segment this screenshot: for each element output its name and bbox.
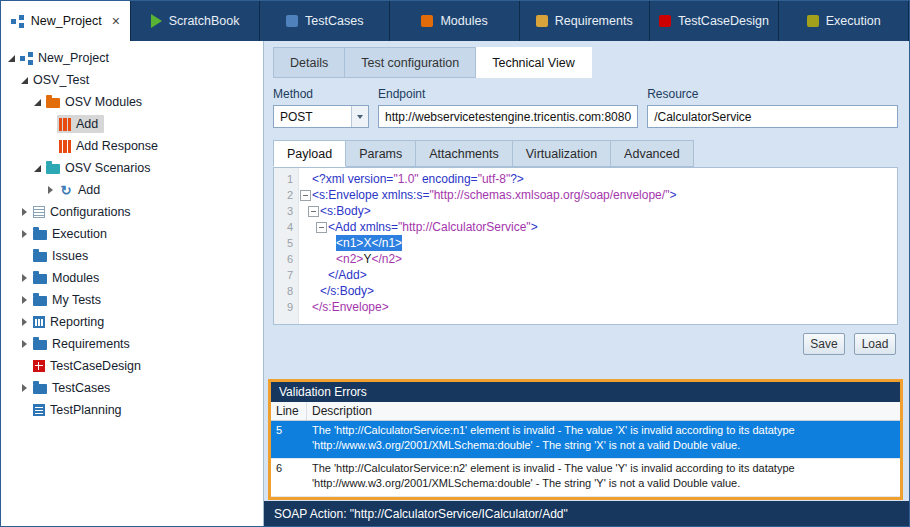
tab-modules[interactable]: Modules xyxy=(390,1,520,41)
expander-collapsed-icon[interactable] xyxy=(18,318,31,326)
code-line[interactable]: </s:Body> xyxy=(299,283,897,299)
tree-item-label: Add xyxy=(76,117,98,131)
tree-item-osv-scenarios[interactable]: OSV Scenarios xyxy=(1,157,263,179)
folder-icon xyxy=(46,98,60,108)
tree-item-add[interactable]: ↻Add xyxy=(1,179,263,201)
tab-virtualization[interactable]: Virtualization xyxy=(513,140,611,167)
project-icon xyxy=(11,15,24,28)
tree-item-label: My Tests xyxy=(52,293,101,307)
editor-code: <?xml version="1.0" encoding="utf-8"?><s… xyxy=(299,168,897,324)
code-text: </Add> xyxy=(328,267,367,283)
fold-toggle-icon[interactable] xyxy=(315,222,328,233)
tree-item-modules[interactable]: Modules xyxy=(1,267,263,289)
endpoint-input[interactable]: http://webservicetestengine.tricentis.co… xyxy=(378,105,638,128)
code-text: <?xml version="1.0" encoding="utf-8"?> xyxy=(312,171,524,187)
expander-expanded-icon[interactable] xyxy=(5,55,18,62)
expander-collapsed-icon[interactable] xyxy=(18,296,31,304)
tree-item-body: TestPlanning xyxy=(31,401,128,419)
tree-item-body: OSV Modules xyxy=(44,93,148,111)
tree-item-body: TestCaseDesign xyxy=(31,357,147,375)
play-icon xyxy=(151,14,162,28)
fold-toggle-icon[interactable] xyxy=(307,206,320,217)
testplanning-icon xyxy=(33,404,45,416)
expander-expanded-icon[interactable] xyxy=(18,77,31,84)
tree-item-body: OSV Scenarios xyxy=(44,159,156,177)
tree-item-new-project[interactable]: New_Project xyxy=(1,47,263,69)
tree-item-requirements[interactable]: Requirements xyxy=(1,333,263,355)
tab-technical-view[interactable]: Technical View xyxy=(476,47,591,78)
tree-item-label: Issues xyxy=(52,249,88,263)
code-line[interactable]: <?xml version="1.0" encoding="utf-8"?> xyxy=(299,171,897,187)
tab-details[interactable]: Details xyxy=(273,47,345,78)
tab-new-project[interactable]: New_Project× xyxy=(1,1,131,41)
tab-scratchbook[interactable]: ScratchBook xyxy=(131,1,261,41)
request-form-row: Method POST Endpoint http://webservicete… xyxy=(273,87,898,128)
expander-collapsed-icon[interactable] xyxy=(44,186,57,194)
tree-item-my-tests[interactable]: My Tests xyxy=(1,289,263,311)
code-line[interactable]: <Add xmlns="http://CalculatorService"> xyxy=(299,219,897,235)
tab-attachments[interactable]: Attachments xyxy=(416,140,512,167)
tab-execution[interactable]: Execution xyxy=(779,1,909,41)
code-line[interactable]: </s:Envelope> xyxy=(299,299,897,315)
load-button[interactable]: Load xyxy=(854,333,896,355)
expander-collapsed-icon[interactable] xyxy=(18,230,31,238)
tree-item-add-response[interactable]: Add Response xyxy=(1,135,263,157)
indent-spacer xyxy=(299,291,307,292)
tab-requirements[interactable]: Requirements xyxy=(520,1,650,41)
indent-spacer xyxy=(299,227,315,228)
code-line[interactable]: </Add> xyxy=(299,267,897,283)
method-select[interactable]: POST xyxy=(273,105,369,128)
column-header-description: Description xyxy=(307,402,900,420)
tree-item-body: Reporting xyxy=(31,313,110,331)
tree-item-reporting[interactable]: Reporting xyxy=(1,311,263,333)
line-number: 6 xyxy=(274,251,298,267)
tree-item-body: ↻Add xyxy=(57,181,106,199)
tree-item-add[interactable]: Add xyxy=(1,113,263,135)
execution-icon xyxy=(807,15,819,27)
tree-item-osv-test[interactable]: OSV_Test xyxy=(1,69,263,91)
tree-item-execution[interactable]: Execution xyxy=(1,223,263,245)
tree-item-label: OSV Scenarios xyxy=(65,161,150,175)
expander-collapsed-icon[interactable] xyxy=(18,274,31,282)
tab-params[interactable]: Params xyxy=(346,140,416,167)
xml-editor[interactable]: 123456789 <?xml version="1.0" encoding="… xyxy=(273,167,898,325)
app-window: New_Project×ScratchBookTestCasesModulesR… xyxy=(0,0,910,527)
expander-collapsed-icon[interactable] xyxy=(18,384,31,392)
line-number: 4 xyxy=(274,219,298,235)
expander-expanded-icon[interactable] xyxy=(31,99,44,106)
error-description: The 'http://CalculatorService:n2' elemen… xyxy=(307,459,900,496)
fold-toggle-icon[interactable] xyxy=(299,190,312,201)
expander-expanded-icon[interactable] xyxy=(31,165,44,172)
save-button[interactable]: Save xyxy=(803,333,845,355)
editor-gutter: 123456789 xyxy=(274,168,299,324)
project-tree: New_ProjectOSV_TestOSV ModulesAddAdd Res… xyxy=(1,41,264,526)
tree-item-testcases[interactable]: TestCases xyxy=(1,377,263,399)
status-bar: SOAP Action: "http://CalculatorService/I… xyxy=(264,501,909,526)
tree-item-configurations[interactable]: Configurations xyxy=(1,201,263,223)
folder-icon xyxy=(46,164,60,174)
expander-collapsed-icon[interactable] xyxy=(18,208,31,216)
code-line[interactable]: <n2>Y</n2> xyxy=(299,251,897,267)
tab-test-configuration[interactable]: Test configuration xyxy=(345,47,476,78)
validation-row[interactable]: 6The 'http://CalculatorService:n2' eleme… xyxy=(271,459,900,497)
code-segment: <Add xmlns= xyxy=(328,220,398,234)
tree-item-osv-modules[interactable]: OSV Modules xyxy=(1,91,263,113)
tab-advanced[interactable]: Advanced xyxy=(611,140,694,167)
code-line[interactable]: <n1>X</n1> xyxy=(299,235,897,251)
tab-payload[interactable]: Payload xyxy=(273,140,346,167)
resource-input[interactable]: /CalculatorService xyxy=(647,105,898,128)
tree-item-label: New_Project xyxy=(38,51,109,65)
close-tab-icon[interactable]: × xyxy=(112,15,120,27)
code-line[interactable]: <s:Body> xyxy=(299,203,897,219)
dropdown-arrow-icon[interactable] xyxy=(351,106,368,127)
main-panel: DetailsTest configurationTechnical View … xyxy=(264,41,909,526)
indent-spacer xyxy=(299,243,323,244)
tab-testcasedesign[interactable]: TestCaseDesign xyxy=(650,1,780,41)
code-line[interactable]: <s:Envelope xmlns:s="http://schemas.xmls… xyxy=(299,187,897,203)
tree-item-issues[interactable]: Issues xyxy=(1,245,263,267)
tab-testcases[interactable]: TestCases xyxy=(260,1,390,41)
validation-row[interactable]: 5The 'http://CalculatorService:n1' eleme… xyxy=(271,421,900,459)
tree-item-testcasedesign[interactable]: TestCaseDesign xyxy=(1,355,263,377)
tree-item-testplanning[interactable]: TestPlanning xyxy=(1,399,263,421)
expander-collapsed-icon[interactable] xyxy=(18,340,31,348)
